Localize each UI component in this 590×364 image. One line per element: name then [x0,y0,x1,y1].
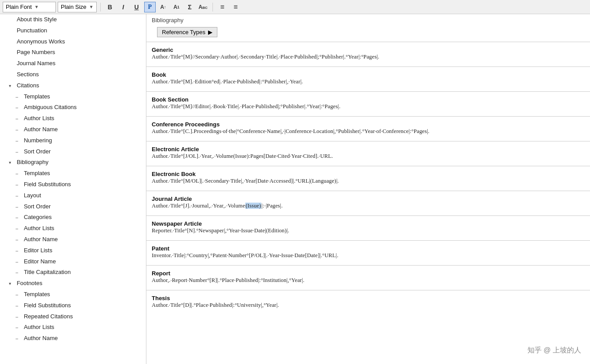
italic-btn[interactable]: I [118,2,129,12]
sidebar-ambiguous[interactable]: – Ambiguous Citations [0,102,146,113]
subscript-btn[interactable]: A1 [171,2,182,12]
dash-icon: – [14,258,20,266]
expand-fn-icon: ▾ [7,280,12,287]
dash-icon: – [14,214,20,221]
divider-earticle [146,166,590,166]
ref-section-ebook: Electronic Book Author.·Title°[M/OL]|.·S… [146,168,590,189]
dash-icon: – [14,236,20,243]
ref-type-book-label: Book [152,71,585,78]
ref-type-thesis-label: Thesis [152,295,585,301]
sidebar-bib-authorname[interactable]: – Author Name [0,234,146,245]
sidebar-sections[interactable]: Sections [0,69,146,80]
dash-icon: – [14,104,20,111]
sidebar-fn-authorlists[interactable]: – Author Lists [0,322,146,333]
sidebar-citations-sortorder[interactable]: – Sort Order [0,146,146,157]
dash-icon: – [14,247,20,254]
ref-section-report: Report Author,.·Report·Number°[R]|.°Plac… [146,267,590,288]
font-label: Plain Font [6,4,32,10]
journal-template-before: Author.·Title°[J].·Journal,.·Year,.·Volu… [152,203,245,209]
ref-section-book: Book Author.·Title°[M].·Edition°ed|.·Pla… [146,69,590,90]
underline-btn[interactable]: U [131,2,142,12]
ref-section-newspaper: Newspaper Article Reporter.·Title°[N].°N… [146,218,590,239]
ref-template-conference: Author.·Title°[C.].Proceedings·of·the|°C… [152,128,585,135]
ref-template-booksection: Author.·Title°[M]//Editor|.·Book·Title|.… [152,103,585,110]
dash-icon: – [14,170,20,177]
ref-types-label: Reference Types [162,29,205,35]
sidebar: About this Style Punctuation Anonymous W… [0,14,146,364]
ref-template-patent: Inventor.·Title|:°Country|,°Patent·Numbe… [152,252,585,259]
dash-icon: – [14,225,20,232]
ref-type-patent-label: Patent [152,245,585,252]
ref-type-conference-label: Conference Proceedings [152,121,585,128]
divider-report [146,290,590,290]
sidebar-anonymous[interactable]: Anonymous Works [0,36,146,47]
content-divider [146,42,590,42]
sidebar-repeatedcitations[interactable]: – Repeated Citations [0,311,146,322]
divider-patent [146,265,590,266]
sidebar-bib-templates[interactable]: – Templates [0,168,146,179]
sidebar-citations[interactable]: ▾ Citations [0,80,146,91]
sidebar-citations-authorlists[interactable]: – Author Lists [0,113,146,124]
ref-template-earticle: Author.·Title°[J/OL].·Year,.·Volume(Issu… [152,153,585,160]
divider-newspaper [146,240,590,241]
sidebar-footnotes[interactable]: ▾ Footnotes [0,278,146,289]
paragraph-btn[interactable]: P [144,2,156,12]
symbol-btn[interactable]: Σ [184,2,196,12]
dash-icon: – [14,126,20,133]
ref-template-thesis: Author.·Title°[D]|.°Place·Published|:°Un… [152,302,585,309]
dash-icon: – [14,204,20,211]
superscript-btn[interactable]: A↑ [157,2,169,12]
sidebar-journalnames[interactable]: Journal Names [0,58,146,69]
dash-icon: – [14,269,20,276]
dash-icon: – [14,291,20,298]
ref-types-button[interactable]: Reference Types ▶ [157,27,217,37]
ref-section-generic: Generic Author.·Title°[M]//Secondary·Aut… [146,44,590,65]
dash-icon: – [14,149,20,156]
sidebar-titlecap[interactable]: – Title Capitalization [0,267,146,278]
sidebar-punctuation[interactable]: Punctuation [0,25,146,36]
ref-section-thesis: Thesis Author.·Title°[D]|.°Place·Publish… [146,292,590,313]
ref-section-conference: Conference Proceedings Author.·Title°[C.… [146,118,590,139]
sidebar-citations-templates[interactable]: – Templates [0,91,146,102]
sidebar-fn-templates[interactable]: – Templates [0,289,146,300]
divider-booksection [146,116,590,117]
ref-section-patent: Patent Inventor.·Title|:°Country|,°Paten… [146,243,590,263]
sidebar-editorlists[interactable]: – Editor Lists [0,245,146,256]
sidebar-fn-authorname[interactable]: – Author Name [0,333,146,344]
font-select[interactable]: Plain Font ▼ [3,2,56,12]
divider-book [146,91,590,92]
size-select[interactable]: Plain Size ▼ [58,2,97,12]
ref-section-earticle: Electronic Article Author.·Title°[J/OL].… [146,143,590,164]
size-label: Plain Size [61,4,87,10]
sidebar-fn-fieldsubstitutions[interactable]: – Field Substitutions [0,300,146,311]
sidebar-numbering[interactable]: – Numbering [0,135,146,146]
expand-bib-icon: ▾ [7,159,12,166]
align-right-btn[interactable]: ≡ [230,2,241,12]
sidebar-bibliography[interactable]: ▾ Bibliography [0,157,146,168]
ref-type-report-label: Report [152,270,585,277]
toolbar-sep-2 [212,3,213,12]
ref-type-generic-label: Generic [152,47,585,53]
bold-btn[interactable]: B [104,2,116,12]
bib-header: Bibliography [146,14,590,25]
sidebar-editorname[interactable]: – Editor Name [0,256,146,267]
main-layout: About this Style Punctuation Anonymous W… [0,14,590,364]
dash-icon: – [14,324,20,331]
align-left-btn[interactable]: ≡ [216,2,228,12]
journal-template-highlight: (Issue) [245,203,262,209]
sidebar-about[interactable]: About this Style [0,14,146,25]
smallcaps-btn[interactable]: Abc [197,2,209,12]
ref-template-book: Author.·Title°[M].·Edition°ed|.·Place·Pu… [152,78,585,85]
bib-header-label: Bibliography [152,17,184,23]
sidebar-layout[interactable]: – Layout [0,190,146,201]
ref-type-journal-label: Journal Article [152,196,585,202]
toolbar: Plain Font ▼ Plain Size ▼ B I U P A↑ A1 … [0,0,590,14]
toolbar-sep-1 [100,3,101,12]
sidebar-citations-authorname[interactable]: – Author Name [0,124,146,135]
sidebar-sortorder[interactable]: – Sort Order [0,201,146,212]
sidebar-categories[interactable]: – Categories [0,212,146,223]
sidebar-bib-authorlists[interactable]: – Author Lists [0,223,146,234]
expand-citations-icon: ▾ [7,82,12,90]
sidebar-pagenumbers[interactable]: Page Numbers [0,47,146,58]
sidebar-fieldsubstitutions[interactable]: – Field Substitutions [0,179,146,190]
